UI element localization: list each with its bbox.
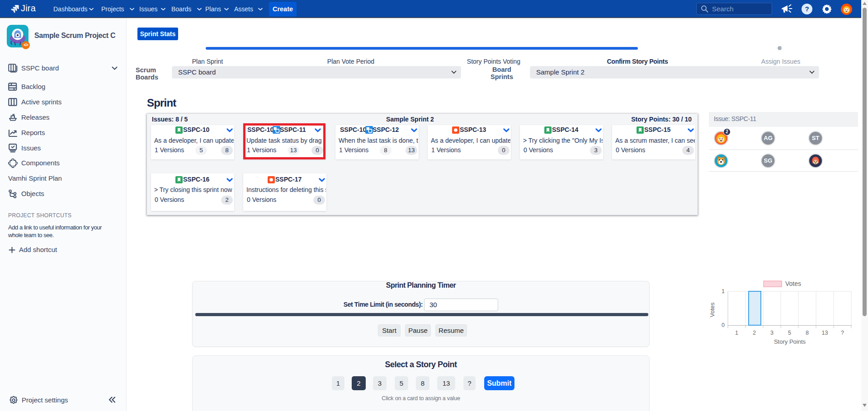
svg-text:Story Points: Story Points: [774, 338, 806, 345]
svg-text:Votes: Votes: [785, 280, 801, 287]
svg-text:1: 1: [735, 330, 738, 336]
svg-text:0: 0: [722, 322, 725, 328]
svg-text:13: 13: [822, 330, 828, 336]
svg-text:1: 1: [722, 288, 725, 294]
svg-text:2: 2: [753, 330, 756, 336]
svg-text:3: 3: [770, 330, 774, 336]
svg-text:8: 8: [806, 330, 809, 336]
svg-text:Votes: Votes: [709, 302, 716, 317]
svg-text:5: 5: [788, 330, 791, 336]
svg-text:?: ?: [841, 330, 844, 336]
